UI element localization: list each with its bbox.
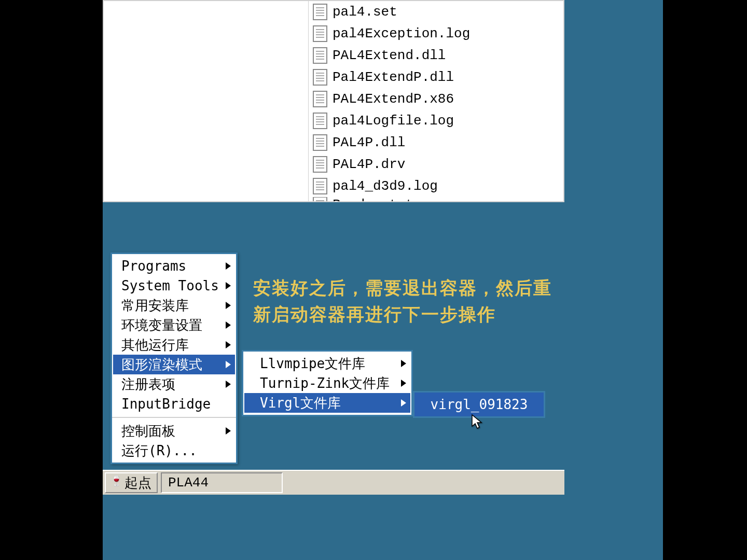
chevron-right-icon [226,381,231,388]
desktop-area: pal4.set pal4Exception.log PAL4Extend.dl… [103,0,663,560]
file-name: PAL4P.dll [333,135,405,150]
chevron-right-icon [401,380,406,387]
file-item[interactable]: PAL4ExtendP.x86 [309,88,563,110]
file-item[interactable]: Pal4ExtendP.dll [309,66,563,88]
chevron-right-icon [226,282,231,289]
file-name: PAL4P.drv [333,157,405,172]
file-name: Readme.txt [333,197,413,201]
file-name: pal4Logfile.log [333,113,454,129]
menu-control-panel[interactable]: 控制面板 [113,421,235,441]
taskbar-app-button[interactable]: PLA44 [161,472,283,493]
submenu-graphics: Llvmpipe文件库 Turnip-Zink文件库 Virgl文件库 [242,350,413,416]
wine-icon [111,475,121,490]
file-icon [313,156,327,173]
chevron-right-icon [226,361,231,368]
submenu-turnip-zink[interactable]: Turnip-Zink文件库 [244,373,410,393]
file-browser-window: pal4.set pal4Exception.log PAL4Extend.dl… [103,0,564,202]
menu-other-runtime[interactable]: 其他运行库 [113,335,235,355]
file-item[interactable]: pal4Logfile.log [309,110,563,132]
file-item[interactable]: pal4_d3d9.log [309,175,563,197]
file-name: Pal4ExtendP.dll [333,69,454,85]
file-item[interactable]: PAL4P.dll [309,132,563,153]
menu-graphics-render[interactable]: 图形渲染模式 [113,355,235,374]
menu-env-vars[interactable]: 环境变量设置 [113,315,235,335]
chevron-right-icon [401,399,406,407]
file-icon [313,69,327,86]
chevron-right-icon [226,321,231,329]
start-button-label: 起点 [125,474,151,492]
chevron-right-icon [226,427,231,435]
menu-label: 控制面板 [121,422,175,440]
file-item[interactable]: pal4Exception.log [309,23,563,45]
file-name: PAL4ExtendP.x86 [333,91,454,107]
file-browser-list-pane[interactable]: pal4.set pal4Exception.log PAL4Extend.dl… [309,1,563,201]
submenu-virgl-version-item[interactable]: virgl_091823 [416,395,543,414]
file-item[interactable]: PAL4Extend.dll [309,45,563,66]
menu-registry[interactable]: 注册表项 [113,374,235,394]
menu-label: InputBridge [121,396,211,412]
annotation-line2: 新启动容器再进行下一步操作 [253,301,552,328]
chevron-right-icon [226,302,231,309]
menu-inputbridge[interactable]: InputBridge [113,394,235,414]
file-icon [313,113,327,129]
menu-label: Llvmpipe文件库 [260,355,365,373]
annotation-line1: 安装好之后，需要退出容器，然后重 [253,275,552,301]
taskbar: 起点 PLA44 [103,470,564,495]
menu-label: 运行(R)... [121,442,197,460]
chevron-right-icon [401,360,406,367]
menu-label: Turnip-Zink文件库 [260,374,390,393]
menu-label: 常用安装库 [121,297,189,315]
menu-divider [112,417,236,418]
menu-system-tools[interactable]: System Tools [113,276,235,296]
file-icon [313,4,327,20]
menu-programs[interactable]: Programs [113,256,235,276]
file-name: pal4Exception.log [333,26,470,41]
file-icon [313,25,327,42]
menu-label: System Tools [121,278,219,293]
file-item[interactable]: pal4.set [309,1,563,23]
menu-label: Virgl文件库 [260,394,341,412]
file-icon [313,47,327,64]
menu-label: Programs [121,258,186,274]
file-item[interactable]: Readme.txt [309,197,563,201]
taskbar-app-label: PLA44 [168,475,209,491]
file-icon [313,134,327,151]
chevron-right-icon [226,262,231,270]
file-name: pal4_d3d9.log [333,178,438,194]
file-name: pal4.set [333,4,397,20]
menu-run[interactable]: 运行(R)... [113,441,235,460]
chevron-right-icon [226,341,231,348]
menu-label: 其他运行库 [121,336,189,354]
start-button[interactable]: 起点 [105,472,158,493]
file-icon [313,197,327,201]
menu-label: 注册表项 [121,375,175,394]
annotation-text: 安装好之后，需要退出容器，然后重 新启动容器再进行下一步操作 [253,275,552,328]
start-menu: Programs System Tools 常用安装库 环境变量设置 其他运行库… [110,253,238,464]
submenu-virgl-versions: virgl_091823 [413,391,545,418]
menu-common-install[interactable]: 常用安装库 [113,296,235,315]
file-name: PAL4Extend.dll [333,48,446,63]
menu-label: 环境变量设置 [121,316,202,334]
file-icon [313,91,327,107]
menu-label: 图形渲染模式 [121,356,202,374]
file-item[interactable]: PAL4P.drv [309,153,563,175]
file-icon [313,178,327,194]
submenu-llvmpipe[interactable]: Llvmpipe文件库 [244,354,410,373]
submenu-virgl[interactable]: Virgl文件库 [244,393,410,413]
file-browser-tree-pane[interactable] [104,1,309,201]
menu-label: virgl_091823 [431,397,528,412]
